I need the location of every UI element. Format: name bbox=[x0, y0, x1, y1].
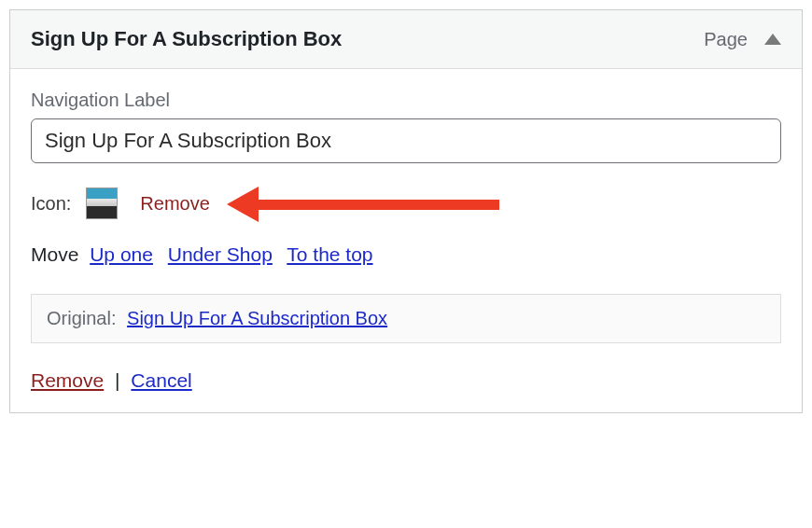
original-label: Original: bbox=[47, 308, 116, 328]
move-under-shop-link[interactable]: Under Shop bbox=[168, 243, 273, 265]
icon-thumbnail[interactable] bbox=[86, 188, 118, 219]
menu-item-panel: Sign Up For A Subscription Box Page Navi… bbox=[9, 9, 803, 413]
footer-row: Remove | Cancel bbox=[31, 369, 781, 392]
icon-label: Icon: bbox=[31, 193, 71, 215]
panel-title: Sign Up For A Subscription Box bbox=[31, 27, 342, 51]
annotation-arrow bbox=[219, 190, 781, 216]
move-label: Move bbox=[31, 243, 78, 265]
move-to-top-link[interactable]: To the top bbox=[287, 243, 372, 265]
arrow-head-icon bbox=[227, 187, 259, 222]
icon-row: Icon: Remove bbox=[31, 188, 781, 219]
original-box: Original: Sign Up For A Subscription Box bbox=[31, 294, 781, 343]
remove-icon-link[interactable]: Remove bbox=[140, 193, 209, 215]
item-type-label: Page bbox=[704, 29, 748, 50]
cancel-link[interactable]: Cancel bbox=[131, 369, 191, 391]
panel-header-right: Page bbox=[704, 29, 781, 50]
collapse-up-icon[interactable] bbox=[764, 34, 781, 45]
panel-body: Navigation Label Icon: Remove Move Up on… bbox=[10, 69, 802, 412]
footer-separator: | bbox=[109, 369, 125, 391]
original-link[interactable]: Sign Up For A Subscription Box bbox=[127, 308, 387, 328]
nav-label-input[interactable] bbox=[31, 118, 781, 163]
move-row: Move Up one Under Shop To the top bbox=[31, 243, 781, 266]
arrow-shaft bbox=[255, 200, 499, 210]
nav-label-caption: Navigation Label bbox=[31, 90, 781, 111]
panel-header[interactable]: Sign Up For A Subscription Box Page bbox=[10, 10, 802, 69]
move-up-one-link[interactable]: Up one bbox=[90, 243, 153, 265]
remove-item-link[interactable]: Remove bbox=[31, 369, 104, 391]
